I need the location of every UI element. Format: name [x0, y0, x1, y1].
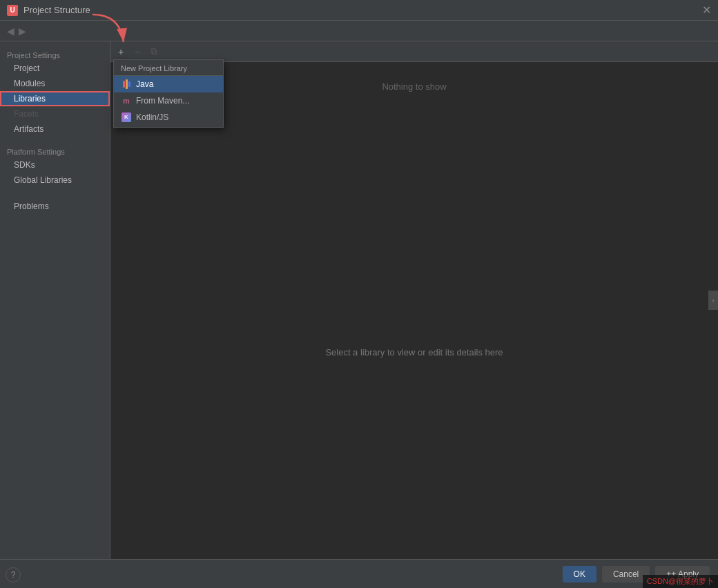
sidebar: Project Settings Project Modules Librari… [0, 41, 110, 559]
library-toolbar: + New Project Library [110, 41, 718, 62]
sidebar-item-libraries[interactable]: Libraries [0, 91, 110, 106]
close-button[interactable]: ✕ [702, 5, 711, 16]
java-bars-icon [123, 79, 130, 89]
main-layout: Project Settings Project Modules Librari… [0, 41, 718, 559]
dropdown-item-kotlin-js[interactable]: K Kotlin/JS [114, 109, 223, 126]
content-area: + New Project Library [110, 41, 718, 559]
dropdown-item-java[interactable]: Java [114, 76, 223, 92]
app-icon: U [7, 5, 18, 16]
forward-button[interactable]: ▶ [17, 26, 28, 37]
maven-icon: m [121, 95, 132, 106]
window-title: Project Structure [23, 5, 90, 15]
sidebar-item-sdks[interactable]: SDKs [0, 157, 110, 173]
copy-library-button[interactable]: ⧉ [146, 44, 162, 59]
kotlin-icon: K [121, 112, 132, 123]
java-icon [121, 79, 132, 90]
help-button[interactable]: ? [6, 567, 21, 582]
sidebar-item-modules[interactable]: Modules [0, 76, 110, 91]
title-bar: U Project Structure ✕ [0, 0, 718, 21]
sidebar-item-project[interactable]: Project [0, 61, 110, 76]
watermark: CSDN@很菜的萝卜 [643, 575, 718, 588]
toolbar: ◀ ▶ [0, 21, 718, 41]
sidebar-item-artifacts[interactable]: Artifacts [0, 121, 110, 137]
expand-panel-button[interactable]: › [708, 291, 718, 310]
title-bar-left: U Project Structure [7, 5, 90, 16]
sidebar-item-facets[interactable]: Facets [0, 106, 110, 121]
project-settings-label: Project Settings [0, 47, 110, 61]
sidebar-item-global-libraries[interactable]: Global Libraries [0, 173, 110, 188]
bottom-bar: OK Cancel ++ Apply [0, 559, 718, 588]
dropdown-menu: New Project Library Java [113, 59, 224, 128]
nav-arrows: ◀ ▶ [6, 26, 28, 37]
sidebar-item-problems[interactable]: Problems [0, 199, 110, 214]
platform-settings-label: Platform Settings [0, 144, 110, 157]
main-detail-message: Select a library to view or edit its det… [110, 145, 718, 559]
dropdown-item-from-maven[interactable]: m From Maven... [114, 92, 223, 109]
remove-library-button[interactable]: − [130, 44, 145, 59]
back-button[interactable]: ◀ [6, 26, 16, 37]
add-library-button[interactable]: + New Project Library [113, 44, 128, 59]
dropdown-header: New Project Library [114, 61, 223, 76]
ok-button[interactable]: OK [563, 566, 596, 582]
